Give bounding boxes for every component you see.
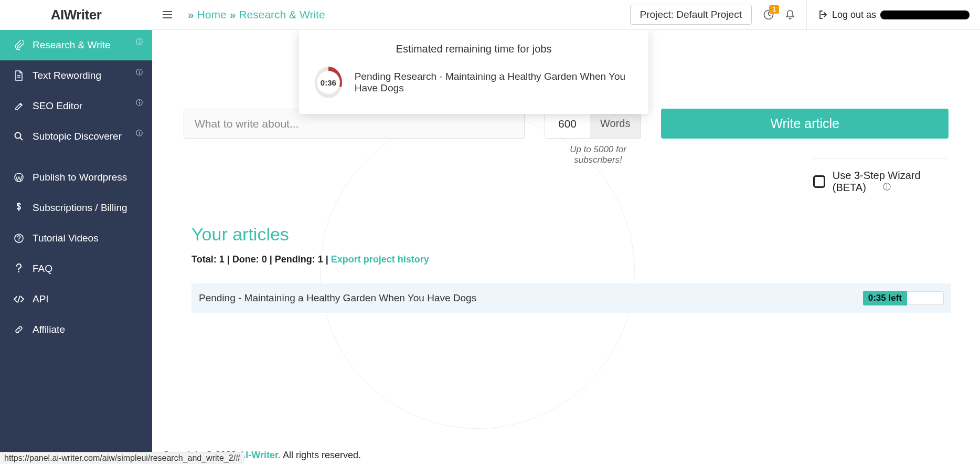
divider	[806, 0, 807, 30]
wordpress-icon	[12, 173, 26, 182]
sidebar-item-subscriptions[interactable]: Subscriptions / Billing	[0, 193, 152, 223]
search-icon	[12, 132, 26, 141]
question-circle-icon	[12, 234, 26, 243]
notif-badge: 1	[769, 5, 779, 14]
timer-icon: 0:36	[315, 67, 342, 98]
help-icon[interactable]: ⓘ	[136, 37, 143, 47]
dropdown-title: Estimated remaining time for jobs	[315, 43, 633, 55]
sidebar-item-label: SEO Editor	[33, 100, 82, 112]
export-history-link[interactable]: Export project history	[331, 254, 429, 265]
sidebar-item-tutorial-videos[interactable]: Tutorial Videos	[0, 223, 152, 254]
logo[interactable]: AIWriter	[0, 0, 152, 30]
sidebar-item-research-write[interactable]: Research & Write ⓘ	[0, 30, 152, 60]
help-icon[interactable]: ⓘ	[136, 129, 143, 138]
breadcrumb-home[interactable]: Home	[197, 8, 227, 21]
svg-point-1	[15, 133, 21, 139]
progress-tail	[907, 291, 944, 305]
redacted-username	[880, 10, 970, 19]
sidebar-item-api[interactable]: API	[0, 284, 152, 314]
topbar: » Home » Research & Write Project: Defau…	[152, 0, 980, 30]
jobs-dropdown: Estimated remaining time for jobs 0:36 P…	[299, 30, 648, 114]
link-icon	[12, 325, 26, 334]
edit-icon	[12, 101, 26, 111]
sidebar: Research & Write ⓘ Text Rewording ⓘ SEO …	[0, 30, 152, 464]
wizard-row: Use 3-Step Wizard (BETA)	[813, 159, 949, 194]
dollar-icon	[12, 203, 26, 213]
articles-stats: Total: 1 | Done: 0 | Pending: 1 | Export…	[191, 254, 951, 265]
browser-statusbar: https://panel.ai-writer.com/aiw/simpleui…	[0, 452, 244, 464]
sidebar-item-subtopic-discoverer[interactable]: Subtopic Discoverer ⓘ	[0, 121, 152, 152]
article-row-text: Pending - Maintaining a Healthy Garden W…	[199, 292, 863, 304]
footer-rights: All rights reserved.	[281, 450, 361, 460]
sidebar-item-seo-editor[interactable]: SEO Editor ⓘ	[0, 91, 152, 121]
footer-brand[interactable]: AI-Writer.	[239, 450, 281, 460]
sidebar-item-publish-wordpress[interactable]: Publish to Wordpress	[0, 162, 152, 193]
timer-value: 0:36	[321, 78, 336, 87]
clock-icon[interactable]: 1	[763, 9, 774, 20]
time-left-badge: 0:35 left	[863, 291, 907, 305]
sidebar-item-label: Research & Write	[33, 39, 111, 51]
articles-title: Your articles	[191, 224, 951, 245]
breadcrumb-current[interactable]: Research & Write	[239, 8, 325, 21]
sidebar-item-label: FAQ	[33, 263, 52, 275]
code-icon	[12, 296, 26, 303]
write-article-button[interactable]: Write article	[661, 109, 949, 139]
sidebar-item-label: Affiliate	[33, 324, 65, 335]
chevron-icon: »	[230, 8, 236, 21]
subscriber-note: Up to 5000 for subscribers!	[551, 144, 645, 165]
stats-text: Total: 1 | Done: 0 | Pending: 1 |	[191, 254, 331, 265]
articles-section: Your articles Total: 1 | Done: 0 | Pendi…	[191, 224, 951, 313]
logout-icon	[818, 10, 828, 19]
bell-icon[interactable]	[785, 9, 795, 20]
sidebar-item-label: Subtopic Discoverer	[33, 131, 122, 142]
help-icon[interactable]: ⓘ	[883, 182, 891, 192]
article-row[interactable]: Pending - Maintaining a Healthy Garden W…	[191, 283, 951, 313]
document-icon	[12, 70, 26, 81]
main-content: Estimated remaining time for jobs 0:36 P…	[152, 30, 980, 464]
sidebar-item-label: API	[33, 293, 49, 305]
sidebar-item-label: Publish to Wordpress	[33, 172, 127, 183]
project-selector[interactable]: Project: Default Project	[630, 5, 752, 25]
sidebar-item-label: Text Rewording	[33, 70, 101, 81]
logout-link[interactable]: Log out as	[818, 9, 970, 20]
logout-text: Log out as	[832, 9, 876, 20]
hamburger-icon[interactable]	[163, 11, 172, 18]
sidebar-item-affiliate[interactable]: Affiliate	[0, 314, 152, 345]
breadcrumb: » Home » Research & Write	[188, 8, 325, 21]
chevron-icon: »	[188, 8, 194, 21]
dropdown-job-row[interactable]: 0:36 Pending Research - Maintaining a He…	[315, 67, 633, 98]
time-badge-wrap: 0:35 left	[863, 291, 944, 305]
sidebar-item-label: Subscriptions / Billing	[33, 202, 127, 214]
wizard-checkbox[interactable]	[813, 175, 825, 188]
sidebar-item-faq[interactable]: FAQ	[0, 254, 152, 284]
question-icon	[12, 263, 26, 274]
help-icon[interactable]: ⓘ	[136, 98, 143, 108]
sidebar-item-label: Tutorial Videos	[33, 233, 99, 244]
sidebar-item-text-rewording[interactable]: Text Rewording ⓘ	[0, 60, 152, 91]
dropdown-job-text: Pending Research - Maintaining a Healthy…	[355, 71, 633, 94]
help-icon[interactable]: ⓘ	[136, 68, 143, 77]
paperclip-icon	[12, 40, 26, 50]
